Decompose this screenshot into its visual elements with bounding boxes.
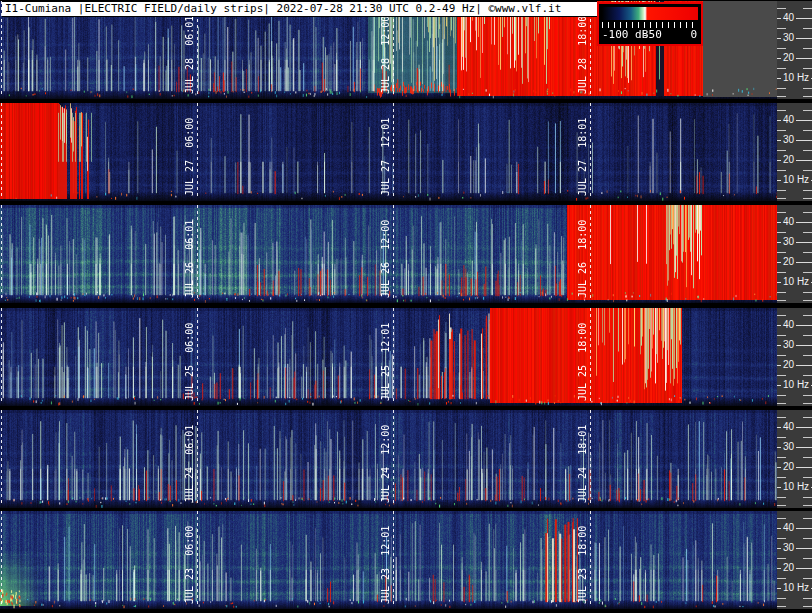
freq-tick-20: 20 [777,53,812,63]
freq-minor-tick [803,355,812,356]
daily-strip-jul-26: JUL 26 06:01JUL 26 12:00JUL 26 18:004030… [0,205,812,303]
freq-tick-label: 20 [781,155,796,165]
freq-tick-label: 40 [781,115,796,125]
freq-tick-40: 40 [777,320,812,330]
freq-tick-label: 30 [781,33,796,43]
daily-strip-jul-23: JUL 23 06:00JUL 23 12:01JUL 23 18:004030… [0,511,812,609]
freq-tick-20: 20 [777,360,812,370]
freq-minor-tick [777,355,786,356]
time-label-jul-23-1800: JUL 23 18:00 [577,526,588,604]
freq-minor-tick [803,198,812,199]
freq-tick-10-hz: 10 Hz [777,175,812,185]
freq-minor-tick [803,130,812,131]
freq-minor-tick [803,578,812,579]
freq-tick-10-hz: 10 Hz [777,583,812,593]
freq-minor-tick [777,48,786,49]
freq-minor-tick [777,606,786,607]
freq-minor-tick [803,272,812,273]
freq-tick-label: 20 [781,360,796,370]
freq-minor-tick [777,252,786,253]
freq-tick-10-hz: 10 Hz [777,73,812,83]
daily-strip-jul-24: JUL 24 06:01JUL 24 12:00JUL 24 18:014030… [0,410,812,508]
freq-tick-label: 30 [781,543,796,553]
vlf-daily-strips-monitor: JUL 28 06:01JUL 28 12:00JUL 28 18:004030… [0,0,812,613]
freq-tick-label: 40 [781,320,796,330]
freq-minor-tick [777,212,786,213]
freq-minor-tick [777,505,786,506]
time-label-jul-24-1200: JUL 24 12:00 [380,425,391,503]
time-label-jul-24-1801: JUL 24 18:01 [577,425,588,503]
freq-minor-tick [803,88,812,89]
freq-minor-tick [777,300,786,301]
freq-tick-30: 30 [777,33,812,43]
freq-tick-40: 40 [777,115,812,125]
freq-minor-tick [777,96,786,97]
daily-strip-jul-27: JUL 27 06:00JUL 27 12:01JUL 27 18:014030… [0,103,812,201]
colorbar-max-label: 0 [690,28,697,41]
time-label-jul-28-0601: JUL 28 06:01 [184,16,195,94]
freq-minor-tick [777,437,786,438]
freq-minor-tick [803,558,812,559]
freq-minor-tick [803,497,812,498]
freq-tick-20: 20 [777,462,812,472]
freq-tick-label: 10 Hz [781,175,811,185]
freq-tick-label: 20 [781,563,796,573]
time-label-jul-23-0600: JUL 23 06:00 [184,526,195,604]
time-label-jul-27-1801: JUL 27 18:01 [577,118,588,196]
frequency-axis: 40302010 Hz [777,511,812,609]
freq-minor-tick [777,28,786,29]
time-label-jul-26-0601: JUL 26 06:01 [184,220,195,298]
freq-minor-tick [803,110,812,111]
time-label-jul-25-1800: JUL 25 18:00 [577,323,588,401]
title-text: I1-Cumiana |ELECTRIC FIELD/daily strips|… [5,2,561,15]
freq-tick-30: 30 [777,237,812,247]
freq-minor-tick [803,403,812,404]
daily-strip-jul-25: JUL 25 06:00JUL 25 12:01JUL 25 18:004030… [0,308,812,406]
freq-minor-tick [777,477,786,478]
time-label-jul-25-0600: JUL 25 06:00 [184,323,195,401]
freq-minor-tick [777,88,786,89]
freq-minor-tick [777,170,786,171]
freq-tick-10-hz: 10 Hz [777,277,812,287]
freq-minor-tick [777,558,786,559]
freq-tick-10-hz: 10 Hz [777,482,812,492]
freq-tick-40: 40 [777,13,812,23]
freq-minor-tick [803,48,812,49]
freq-minor-tick [777,8,786,9]
freq-tick-label: 30 [781,237,796,247]
freq-minor-tick [803,375,812,376]
time-label-jul-28-1800: JUL 28 18:00 [577,16,588,94]
freq-minor-tick [777,272,786,273]
freq-tick-40: 40 [777,422,812,432]
freq-minor-tick [777,518,786,519]
freq-minor-tick [777,403,786,404]
freq-minor-tick [803,300,812,301]
frequency-axis: 40302010 Hz [777,308,812,406]
freq-minor-tick [777,578,786,579]
freq-minor-tick [777,232,786,233]
freq-minor-tick [803,538,812,539]
colorbar-legend: -100 dB -50 0 [597,2,703,46]
freq-minor-tick [803,28,812,29]
freq-tick-label: 10 Hz [781,583,811,593]
freq-tick-40: 40 [777,523,812,533]
freq-minor-tick [803,292,812,293]
freq-minor-tick [777,315,786,316]
freq-tick-label: 20 [781,257,796,267]
freq-tick-label: 20 [781,53,796,63]
freq-minor-tick [777,538,786,539]
freq-minor-tick [803,190,812,191]
freq-minor-tick [777,292,786,293]
freq-minor-tick [803,437,812,438]
freq-tick-label: 30 [781,135,796,145]
freq-minor-tick [803,232,812,233]
freq-tick-label: 40 [781,13,796,23]
freq-tick-label: 10 Hz [781,73,811,83]
freq-tick-20: 20 [777,155,812,165]
freq-minor-tick [777,375,786,376]
freq-minor-tick [803,212,812,213]
freq-tick-30: 30 [777,442,812,452]
freq-minor-tick [777,190,786,191]
freq-minor-tick [803,505,812,506]
freq-minor-tick [803,335,812,336]
